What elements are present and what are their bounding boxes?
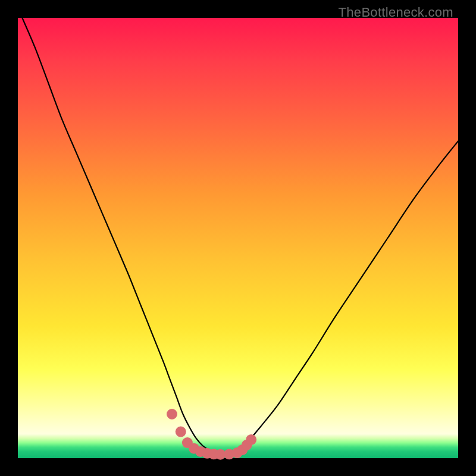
marker-dots-group <box>167 409 256 460</box>
bottleneck-curve <box>22 18 458 455</box>
marker-dot <box>246 434 256 445</box>
marker-dot <box>167 409 177 419</box>
bottleneck-curve-chart <box>0 0 476 476</box>
marker-dot <box>176 427 186 437</box>
